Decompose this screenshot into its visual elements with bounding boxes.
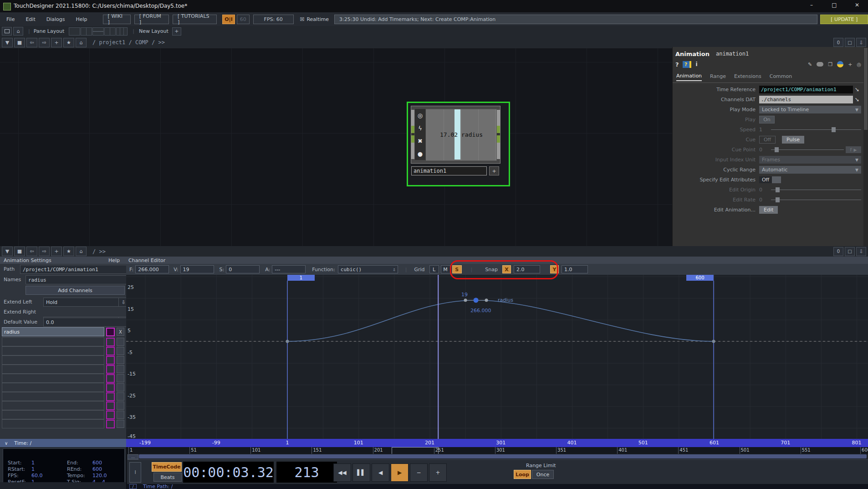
timeline-scrollbar[interactable]: …: [126, 454, 868, 459]
increment-frame-button[interactable]: +: [429, 463, 447, 482]
independent-time-button[interactable]: I: [129, 462, 141, 483]
channel-row-empty[interactable]: [2, 355, 124, 365]
node-input-connector[interactable]: [411, 110, 414, 159]
play-button[interactable]: ▶: [391, 463, 408, 482]
value-field[interactable]: 19: [180, 265, 214, 273]
channel-name-cell[interactable]: [2, 410, 104, 419]
param-ref-field[interactable]: ./channels: [759, 96, 853, 103]
skip-to-start-button[interactable]: ◀◀: [333, 463, 351, 482]
param-dropdown[interactable]: Frames▼: [759, 156, 861, 164]
menu-help[interactable]: Help: [76, 16, 87, 22]
param-slider[interactable]: [771, 127, 861, 133]
param-number-value[interactable]: 0: [759, 197, 771, 203]
path-field[interactable]: /project1/COMP/animation1: [20, 265, 128, 274]
channel-color-swatch[interactable]: [106, 401, 114, 410]
channel-color-swatch[interactable]: [106, 420, 114, 428]
edit-button[interactable]: Edit: [759, 206, 778, 214]
channel-name-cell[interactable]: radius: [2, 327, 104, 336]
pane-type-dropdown-icon[interactable]: ▼: [2, 247, 13, 256]
tab-animation[interactable]: Animation: [676, 73, 702, 81]
output-input-toggle[interactable]: O|I: [222, 15, 235, 24]
stop-icon[interactable]: ■: [14, 247, 25, 256]
close-icon[interactable]: ✕: [848, 2, 866, 8]
channel-color-swatch[interactable]: [106, 365, 114, 374]
channel-row-empty[interactable]: [2, 401, 124, 410]
export-arrow-icon[interactable]: ➘: [853, 96, 861, 103]
node-output-connector[interactable]: [497, 110, 500, 159]
loop-button[interactable]: Loop: [514, 470, 531, 479]
channel-name-cell[interactable]: [2, 401, 104, 410]
node-lock-icon[interactable]: ●: [418, 150, 423, 157]
add-icon[interactable]: +: [51, 38, 62, 47]
channel-name-cell[interactable]: [2, 383, 104, 392]
channel-name-cell[interactable]: [2, 365, 104, 374]
layout-single-button[interactable]: [69, 27, 80, 36]
switch-knob[interactable]: [772, 176, 781, 183]
channel-delete-button[interactable]: X: [117, 328, 124, 336]
node-channel-viewer[interactable]: 17.02 radius: [426, 109, 497, 161]
layout-grid-button[interactable]: [116, 27, 128, 36]
back-icon[interactable]: ⇦: [26, 247, 37, 256]
new-layout-add-button[interactable]: +: [172, 27, 181, 36]
dropdown-arrow-icon[interactable]: ▼: [855, 108, 858, 112]
tab-extensions[interactable]: Extensions: [734, 73, 761, 81]
decrement-frame-button[interactable]: −: [410, 463, 428, 482]
pane-type-dropdown-icon[interactable]: ▼: [2, 38, 13, 47]
channel-delete-button[interactable]: [117, 347, 124, 355]
param-number-value[interactable]: 0: [759, 187, 771, 193]
channel-row-radius[interactable]: radiusX: [2, 327, 124, 336]
forward-icon[interactable]: ⇨: [39, 247, 50, 256]
maximize-pane-icon[interactable]: □: [845, 38, 855, 47]
collapse-pane-icon[interactable]: ⇩: [856, 247, 866, 256]
python-icon[interactable]: [837, 61, 843, 67]
add-parameter-icon[interactable]: +: [848, 62, 852, 67]
update-button[interactable]: [ UPDATE ]: [820, 15, 868, 24]
maximize-icon[interactable]: □: [825, 2, 843, 8]
names-field[interactable]: radius: [26, 275, 128, 284]
slope-field[interactable]: 0: [226, 265, 260, 273]
channel-name-cell[interactable]: [2, 346, 104, 355]
copy-parameters-icon[interactable]: ❐: [828, 62, 832, 67]
channel-color-swatch[interactable]: [106, 338, 114, 346]
channel-color-swatch[interactable]: [106, 374, 114, 383]
minimize-icon[interactable]: –: [802, 2, 821, 8]
slider-handle[interactable]: [776, 187, 780, 192]
comment-icon[interactable]: [817, 62, 823, 67]
bookmark-icon[interactable]: ★: [63, 38, 74, 47]
frame-axis-bar[interactable]: -199-991101201301401501601701801: [126, 439, 868, 447]
channel-color-swatch[interactable]: [106, 411, 114, 419]
channel-delete-button[interactable]: [117, 392, 124, 401]
menu-file[interactable]: File: [6, 16, 15, 22]
node-bypass-icon[interactable]: ✖: [418, 138, 423, 144]
time-component-bar[interactable]: ∨ Time: /: [0, 439, 126, 447]
forward-icon[interactable]: ⇨: [39, 38, 50, 47]
param-dropdown[interactable]: Automatic▼: [759, 166, 861, 174]
scrollbar-thumb[interactable]: [139, 454, 867, 458]
animation-node-selected[interactable]: ◎ϟ✖● 17.02 radius animation1 +: [407, 102, 510, 186]
export-arrow-icon[interactable]: ➘: [853, 86, 861, 93]
home-icon[interactable]: ⌂: [76, 247, 87, 256]
time-path-slash-button[interactable]: /: [129, 484, 137, 489]
maximize-pane-icon[interactable]: □: [845, 247, 855, 256]
snap-y-field[interactable]: 1.0: [562, 265, 588, 273]
channel-row-empty[interactable]: [2, 337, 124, 346]
slider-handle[interactable]: [832, 127, 836, 132]
param-number-value[interactable]: 0: [759, 147, 771, 153]
channel-row-empty[interactable]: [2, 410, 124, 419]
channel-row-empty[interactable]: [2, 419, 124, 428]
animation-node-body[interactable]: ◎ϟ✖● 17.02 radius animation1 +: [411, 106, 500, 164]
frame-field[interactable]: 266.000: [135, 265, 169, 273]
param-number-value[interactable]: 1: [759, 127, 771, 133]
channel-delete-button[interactable]: [117, 365, 124, 373]
beats-mode-button[interactable]: Beats: [153, 473, 182, 482]
channel-name-cell[interactable]: [2, 419, 104, 428]
param-slider[interactable]: [771, 197, 861, 203]
layout-split-horizontal-button[interactable]: [92, 27, 104, 36]
help-icon[interactable]: ?: [675, 61, 679, 68]
param-dropdown[interactable]: Locked to Timeline▼: [759, 106, 861, 113]
grid-m-button[interactable]: M: [441, 265, 450, 273]
pulse-button[interactable]: Pulse: [782, 136, 804, 144]
python-help-icon[interactable]: ?: [683, 61, 691, 68]
node-viewer-icon[interactable]: ◎: [418, 112, 423, 119]
channel-name-cell[interactable]: [2, 374, 104, 383]
